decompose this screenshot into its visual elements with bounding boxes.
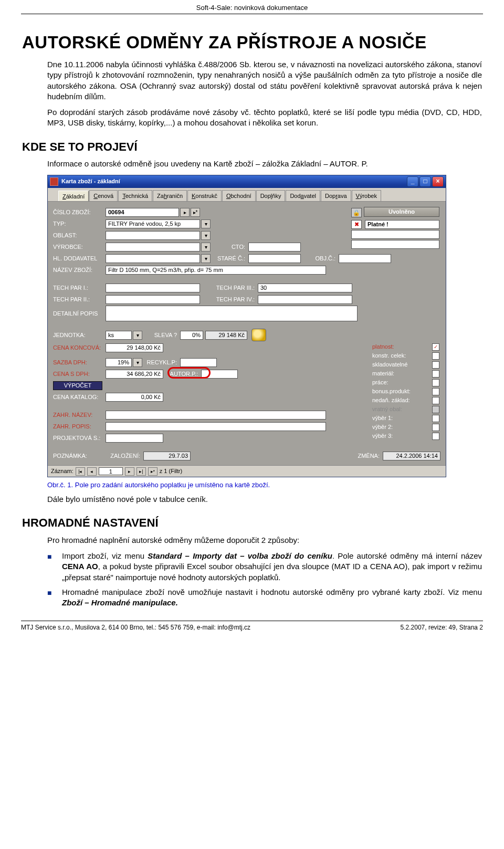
cto-input[interactable] <box>248 243 301 251</box>
tab-doplnky[interactable]: Doplňky <box>256 190 286 202</box>
nav-of: z 1 (Filtr) <box>160 467 182 475</box>
chk-v1[interactable] <box>432 415 439 422</box>
page-header: Soft-4-Sale: novinková dokumentace <box>21 0 483 14</box>
lbl-stare: STARÉ Č.: <box>211 255 248 263</box>
sdph-input[interactable]: 34 686,20 Kč <box>106 370 163 379</box>
autor-input[interactable] <box>201 370 238 379</box>
detail-input[interactable] <box>106 306 358 321</box>
zn-input[interactable] <box>106 411 326 420</box>
lbl-hldod: HL. DODAVATEL <box>53 255 106 263</box>
lbl-sleva: SLEVA ? <box>142 331 180 339</box>
lbl-tp4: TECH PAR IV.: <box>200 296 258 303</box>
lbl-nazev: NÁZEV ZBOŽÍ: <box>53 266 106 274</box>
tab-vyrobek[interactable]: Výrobek <box>352 190 381 202</box>
hldod-input[interactable] <box>106 254 200 263</box>
zaloz-field: 29.7.03 <box>143 452 191 460</box>
status-panel: 🔒 Uvolněno ✖ Platné ! <box>351 207 439 250</box>
lbl-cislo: ČÍSLO ZBOŽÍ: <box>53 208 106 216</box>
chk-kcelek[interactable] <box>432 352 439 360</box>
lbl-detail: DETAILNÍ POPIS <box>53 310 106 318</box>
tab-zakladni[interactable]: Základní <box>58 191 89 202</box>
minimize-button[interactable]: _ <box>407 176 418 187</box>
dph-dropdown-icon[interactable]: ▾ <box>133 358 142 367</box>
lbl-zp: ZAHR. POPIS: <box>53 423 106 431</box>
titlebar: Karta zboží - základní _ □ × <box>48 175 446 188</box>
lbl-v3: výběr 3: <box>372 432 393 440</box>
proj-input[interactable] <box>106 434 163 443</box>
nav-last-button[interactable]: ▸| <box>136 467 146 476</box>
tab-doprava[interactable]: Doprava <box>321 190 351 202</box>
tab-technicka[interactable]: Technická <box>118 190 152 202</box>
tab-konstrukc[interactable]: Konstrukč <box>187 190 222 202</box>
nav-first-button[interactable]: |◂ <box>76 467 85 476</box>
chk-v2[interactable] <box>432 424 439 431</box>
nazev-input[interactable]: Filtr D 1050 mm, Q=25 m3/h, přip. d= 75 … <box>106 266 326 275</box>
chk-nedan[interactable] <box>432 397 439 404</box>
dph-input[interactable]: 19% <box>106 358 132 367</box>
katalog-input[interactable]: 0,00 Kč <box>106 393 163 402</box>
lbl-oblast: OBLAST: <box>53 232 106 239</box>
jednotka-input[interactable]: ks <box>106 331 132 340</box>
lbl-sdph: CENA S DPH: <box>53 370 106 378</box>
lbl-dph: SAZBA DPH: <box>53 359 106 366</box>
zp-input[interactable] <box>106 422 326 431</box>
recykl-input[interactable] <box>180 358 217 367</box>
objc-input[interactable] <box>339 254 391 263</box>
koncova-input[interactable]: 29 148,00 Kč <box>106 343 163 352</box>
lock-icon: 🔒 <box>351 208 362 217</box>
nav-prev-icon[interactable]: ▸ <box>180 208 190 217</box>
after-img-text: Dále bylo umístěno nové pole v tabulce c… <box>47 494 482 505</box>
maximize-button[interactable]: □ <box>419 176 431 187</box>
heading-kde: KDE SE TO PROJEVÍ <box>22 139 482 155</box>
chk-bonus[interactable] <box>432 388 439 395</box>
typ-input[interactable]: FILTRY Prané vodou, 2,5 kp <box>106 219 200 228</box>
oblast-dropdown-icon[interactable]: ▾ <box>201 231 211 240</box>
tab-zahranicn[interactable]: Zahraničn <box>153 190 187 202</box>
typ-dropdown-icon[interactable]: ▾ <box>201 219 211 228</box>
vyrobce-input[interactable] <box>106 243 200 251</box>
jednotka-dropdown-icon[interactable]: ▾ <box>133 331 142 340</box>
tab-dodavatel[interactable]: Dodavatel <box>286 190 320 202</box>
hldod-dropdown-icon[interactable]: ▾ <box>201 254 211 263</box>
tp2-input[interactable] <box>106 295 200 304</box>
lbl-zaloz: ZALOŽENÍ: <box>106 452 143 460</box>
lbl-tp3: TECH PAR III.: <box>200 284 258 292</box>
vypocet-button[interactable]: VÝPOČET <box>53 381 102 390</box>
status-field-1[interactable] <box>351 230 439 239</box>
oblast-input[interactable] <box>106 231 200 240</box>
lbl-platnost: platnost: <box>372 343 394 351</box>
hrom-intro: Pro hromadné naplnění autorské odměny mů… <box>47 535 482 546</box>
record-nav: Záznam: |◂ ◂ 1 ▸ ▸| ▸* z 1 (Filtr) <box>48 465 446 477</box>
uvolneno-button[interactable]: Uvolněno <box>364 207 439 217</box>
cislo-input[interactable]: 00694 <box>106 208 179 217</box>
lbl-jednotka: JEDNOTKA: <box>53 331 106 339</box>
tp1-input[interactable] <box>106 284 200 292</box>
nav-next-button[interactable]: ▸ <box>125 467 134 476</box>
swirl-icon <box>251 329 266 341</box>
sleva-input[interactable]: 0% <box>180 331 203 340</box>
nav-current[interactable]: 1 <box>99 467 123 475</box>
doc-title: AUTORSKÉ ODMĚNY ZA PŘÍSTROJE A NOSIČE <box>22 31 482 55</box>
window-title: Karta zboží - základní <box>61 177 120 185</box>
chk-prace[interactable] <box>432 379 439 386</box>
lbl-prace: práce: <box>372 379 388 386</box>
lbl-zaznam: Záznam: <box>51 467 74 475</box>
status-field-2[interactable] <box>351 240 439 249</box>
nav-new-button[interactable]: ▸* <box>148 467 158 476</box>
lbl-objc: OBJ.Č.: <box>301 255 339 263</box>
nav-prev-button[interactable]: ◂ <box>87 467 97 476</box>
platne-status: Platné ! <box>365 220 439 229</box>
tp4-input[interactable] <box>258 295 352 304</box>
vyrobce-dropdown-icon[interactable]: ▾ <box>201 243 211 251</box>
stare-input[interactable] <box>248 254 301 263</box>
nav-next-icon[interactable]: ▸* <box>191 208 200 217</box>
lbl-katalog: CENA KATALOG: <box>53 393 106 401</box>
chk-v3[interactable] <box>432 433 439 440</box>
close-button[interactable]: × <box>432 176 444 187</box>
tab-cenova[interactable]: Cenová <box>89 190 118 202</box>
chk-platnost[interactable] <box>432 343 439 351</box>
tp3-input[interactable]: 30 <box>258 284 352 292</box>
lbl-tp1: TECH PAR I.: <box>53 284 106 292</box>
chk-sklad[interactable] <box>432 361 439 369</box>
tab-obchodni[interactable]: Obchodní <box>222 190 256 202</box>
